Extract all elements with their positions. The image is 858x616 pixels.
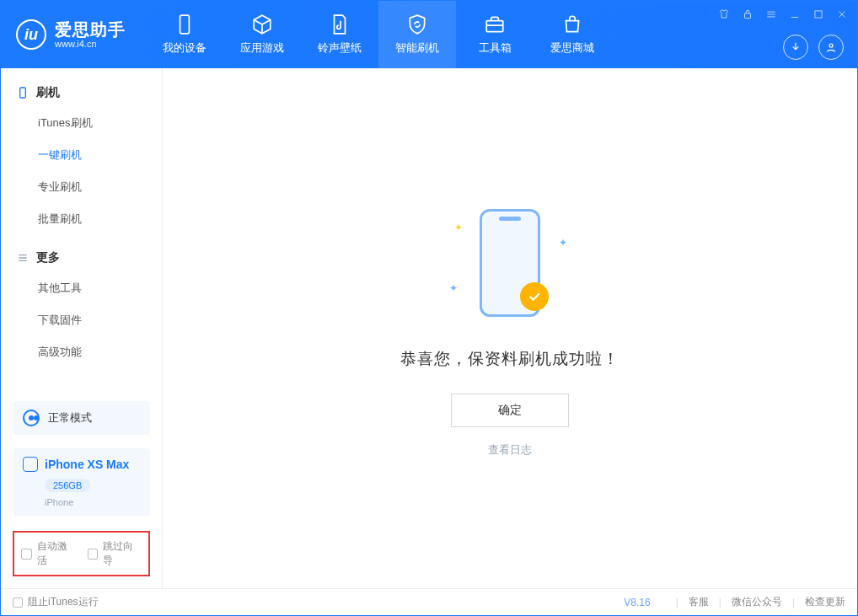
header-actions: [783, 35, 844, 60]
svg-rect-3: [815, 11, 822, 18]
sidebar-heading-more: 更多: [1, 240, 162, 272]
nav-store[interactable]: 爱思商城: [534, 1, 611, 68]
bag-icon: [561, 13, 583, 35]
nav-flash[interactable]: 智能刷机: [378, 1, 456, 68]
top-nav: 我的设备 应用游戏 铃声壁纸 智能刷机 工具箱 爱思商城: [146, 1, 611, 68]
version-label: V8.16: [624, 597, 650, 608]
sidebar-item-oneclick-flash[interactable]: 一键刷机: [1, 139, 162, 171]
footer: 阻止iTunes运行 V8.16 | 客服 | 微信公众号 | 检查更新: [1, 588, 857, 615]
app-window: iu 爱思助手 www.i4.cn 我的设备 应用游戏 铃声壁纸 智能刷机: [0, 0, 858, 616]
device-icon: [16, 86, 29, 99]
device-type: iPhone: [45, 497, 73, 507]
logo-icon: iu: [16, 19, 46, 50]
header: iu 爱思助手 www.i4.cn 我的设备 应用游戏 铃声壁纸 智能刷机: [1, 1, 857, 68]
mode-label: 正常模式: [48, 410, 92, 426]
svg-rect-1: [486, 21, 503, 32]
body: 刷机 iTunes刷机 一键刷机 专业刷机 批量刷机 更多 其他工具 下载固件 …: [1, 68, 857, 588]
logo: iu 爱思助手 www.i4.cn: [1, 19, 139, 50]
music-file-icon: [329, 13, 351, 35]
view-log-link[interactable]: 查看日志: [488, 442, 532, 458]
svg-rect-2: [745, 13, 751, 19]
maximize-icon[interactable]: [812, 8, 825, 21]
download-button[interactable]: [783, 35, 808, 60]
success-illustration: ✦✦✦: [434, 200, 586, 326]
minimize-icon[interactable]: [788, 8, 802, 21]
svg-rect-5: [20, 88, 26, 98]
main-content: ✦✦✦ 恭喜您，保资料刷机成功啦！ 确定 查看日志: [163, 68, 857, 588]
footer-link-support[interactable]: 客服: [689, 595, 709, 609]
checkbox-skip-guide[interactable]: 跳过向导: [88, 539, 142, 568]
nav-toolbox[interactable]: 工具箱: [456, 1, 534, 68]
svg-point-4: [829, 44, 833, 47]
svg-rect-0: [180, 15, 190, 34]
cube-icon: [251, 13, 273, 35]
nav-apps[interactable]: 应用游戏: [223, 1, 301, 68]
toolbox-icon: [484, 13, 506, 35]
sidebar-item-batch-flash[interactable]: 批量刷机: [1, 203, 162, 235]
sidebar-item-other-tools[interactable]: 其他工具: [1, 272, 162, 304]
success-message: 恭喜您，保资料刷机成功啦！: [400, 348, 619, 370]
list-icon: [16, 251, 29, 265]
lock-icon[interactable]: [741, 8, 754, 21]
check-icon: [520, 282, 549, 311]
nav-ringtones[interactable]: 铃声壁纸: [301, 1, 378, 68]
sidebar-item-advanced[interactable]: 高级功能: [1, 336, 162, 368]
mode-icon: [23, 410, 40, 426]
nav-my-device[interactable]: 我的设备: [146, 1, 223, 68]
menu-icon[interactable]: [764, 8, 778, 21]
shield-sync-icon: [406, 13, 428, 35]
sidebar-item-pro-flash[interactable]: 专业刷机: [1, 171, 162, 203]
app-name: 爱思助手: [55, 20, 126, 39]
account-button[interactable]: [818, 35, 844, 60]
window-controls: [717, 8, 849, 21]
mode-card[interactable]: 正常模式: [13, 401, 150, 435]
sidebar-heading-flash: 刷机: [1, 75, 162, 107]
device-name: iPhone XS Max: [45, 458, 129, 471]
phone-icon: [174, 13, 196, 35]
close-icon[interactable]: [835, 8, 849, 21]
device-small-icon: [23, 457, 38, 472]
ok-button[interactable]: 确定: [451, 394, 569, 427]
checkbox-block-itunes[interactable]: 阻止iTunes运行: [13, 595, 99, 609]
checkbox-auto-activate[interactable]: 自动激活: [21, 539, 76, 568]
app-url: www.i4.cn: [55, 39, 126, 49]
footer-link-wechat[interactable]: 微信公众号: [732, 595, 782, 609]
device-capacity: 256GB: [45, 479, 90, 492]
sidebar-item-itunes-flash[interactable]: iTunes刷机: [1, 107, 162, 139]
flash-options: 自动激活 跳过向导: [13, 531, 150, 576]
sidebar: 刷机 iTunes刷机 一键刷机 专业刷机 批量刷机 更多 其他工具 下载固件 …: [1, 68, 163, 588]
device-card[interactable]: iPhone XS Max 256GB iPhone: [13, 448, 150, 516]
sidebar-item-download-firmware[interactable]: 下载固件: [1, 304, 162, 336]
footer-link-update[interactable]: 检查更新: [805, 595, 845, 609]
tshirt-icon[interactable]: [717, 8, 731, 21]
